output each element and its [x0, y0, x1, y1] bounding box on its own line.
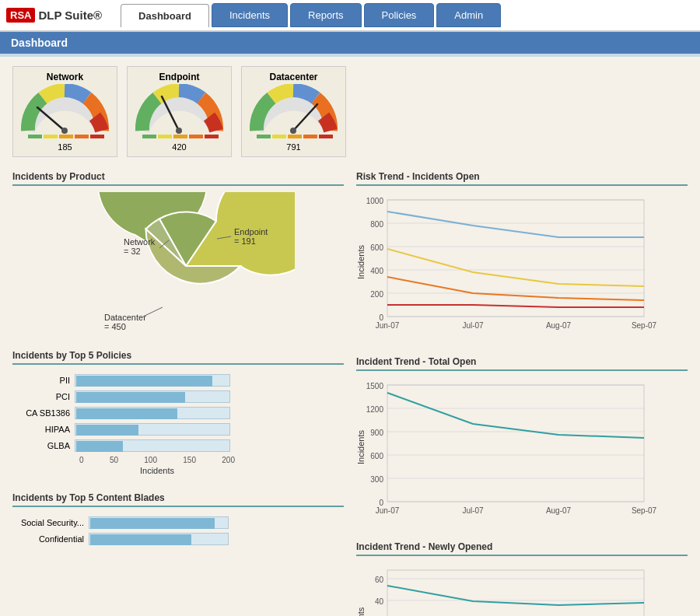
bar-label-hipaa: HIPAA: [19, 425, 75, 434]
incidents-by-content-section: Incidents by Top 5 Content Blades Social…: [12, 492, 344, 552]
nav-tabs: Dashboard Incidents Reports Policies Adm…: [121, 3, 501, 27]
bar-label-glba: GLBA: [19, 441, 75, 450]
axis-label-50: 50: [110, 456, 118, 464]
bar-track-glba: [75, 439, 230, 452]
svg-text:Jul-07: Jul-07: [462, 506, 484, 515]
svg-rect-9: [142, 135, 156, 138]
main-content: Network: [0, 57, 700, 616]
axis-label-150: 150: [183, 456, 196, 464]
incidents-by-policies-title: Incidents by Top 5 Policies: [12, 350, 344, 365]
tab-dashboard[interactable]: Dashboard: [121, 4, 209, 27]
bar-fill-conf: [90, 534, 191, 545]
svg-text:300: 300: [370, 475, 383, 484]
bar-row-hipaa: HIPAA: [19, 423, 338, 436]
app-title: DLP Suite®: [38, 9, 102, 22]
svg-rect-12: [189, 135, 203, 138]
bar-row-pci: PCI: [19, 390, 338, 403]
svg-text:40: 40: [375, 597, 384, 606]
axis-label-100: 100: [144, 456, 157, 464]
svg-text:800: 800: [370, 220, 383, 229]
svg-rect-6: [90, 135, 104, 138]
risk-trend-section: Risk Trend - Incidents Open 0 200 400 60…: [356, 171, 688, 342]
gauge-network: Network: [12, 66, 117, 157]
tab-policies[interactable]: Policies: [364, 3, 435, 27]
svg-text:900: 900: [370, 429, 383, 437]
bar-row-conf: Confidential: [19, 533, 338, 545]
bar-fill-pci: [76, 392, 185, 403]
svg-rect-5: [75, 135, 89, 138]
bar-label-casb: CA SB1386: [19, 408, 75, 418]
axis-label-0: 0: [79, 456, 84, 464]
svg-text:Jun-07: Jun-07: [376, 506, 400, 515]
svg-rect-19: [303, 135, 317, 138]
svg-rect-16: [257, 135, 271, 138]
svg-text:Sep-07: Sep-07: [632, 321, 657, 330]
gauge-network-label: Network: [19, 72, 110, 82]
bar-chart-policies: PII PCI CA SB1386: [12, 371, 344, 478]
incident-trend-total-title: Incident Trend - Total Open: [356, 356, 688, 371]
gauge-datacenter-label: Datacenter: [248, 72, 339, 82]
svg-text:1500: 1500: [366, 382, 384, 390]
bar-label-pci: PCI: [19, 392, 75, 401]
tab-reports[interactable]: Reports: [290, 3, 362, 27]
svg-text:200: 200: [370, 290, 383, 299]
svg-text:400: 400: [370, 267, 383, 275]
svg-text:Jul-07: Jul-07: [462, 321, 484, 330]
charts-row: Incidents by Product: [12, 171, 688, 616]
svg-point-15: [290, 128, 296, 134]
incident-trend-new-section: Incident Trend - Newly Opened 0 20 40 60…: [356, 541, 688, 616]
bar-track-hipaa: [75, 423, 230, 436]
incidents-by-content-title: Incidents by Top 5 Content Blades: [12, 492, 344, 507]
svg-text:Aug-07: Aug-07: [546, 321, 572, 330]
svg-text:600: 600: [370, 452, 383, 460]
svg-text:= 191: = 191: [234, 236, 256, 246]
bar-row-pii: PII: [19, 374, 338, 387]
svg-rect-11: [173, 135, 187, 138]
incident-trend-new-chart: 0 20 40 60 nts Jun-07 Ju: [356, 562, 688, 616]
svg-text:nts: nts: [356, 607, 366, 616]
gauge-endpoint-svg: [135, 84, 224, 140]
svg-text:Network: Network: [124, 237, 156, 247]
bar-track-pci: [75, 390, 230, 403]
gauge-row: Network: [12, 66, 688, 157]
pie-chart-wrapper: Network = 32 Endpoint = 191 Datacenter =…: [12, 192, 344, 336]
incident-trend-total-section: Incident Trend - Total Open 0 300 600 90…: [356, 356, 688, 527]
gauge-endpoint-value: 420: [134, 142, 225, 152]
pie-chart-svg: Network = 32 Endpoint = 191 Datacenter =…: [61, 192, 295, 336]
risk-trend-chart: 0 200 400 600 800 1000 Incidents: [356, 192, 688, 342]
svg-text:Sep-07: Sep-07: [632, 506, 657, 515]
incident-trend-total-chart: 0 300 600 900 1200 1500 Incidents: [356, 377, 688, 527]
incident-trend-new-title: Incident Trend - Newly Opened: [356, 541, 688, 556]
svg-text:60: 60: [375, 576, 384, 584]
bar-row-ss: Social Security...: [19, 516, 338, 529]
incidents-by-policies-section: Incidents by Top 5 Policies PII PCI: [12, 350, 344, 478]
svg-point-8: [176, 128, 182, 134]
gauge-datacenter-value: 791: [248, 142, 339, 152]
bar-fill-glba: [76, 441, 123, 452]
incident-new-svg: 0 20 40 60 nts Jun-07 Ju: [356, 562, 660, 616]
gauge-datacenter: Datacenter 791: [241, 66, 346, 157]
bar-axis-title-policies: Incidents: [79, 466, 235, 475]
svg-rect-3: [44, 135, 58, 138]
bar-fill-ss: [90, 518, 215, 529]
bar-label-ss: Social Security...: [19, 518, 89, 527]
header: RSA DLP Suite® Dashboard Incidents Repor…: [0, 0, 700, 32]
gauge-datacenter-svg: [249, 84, 338, 140]
svg-rect-13: [205, 135, 219, 138]
svg-text:Incidents: Incidents: [356, 244, 366, 279]
svg-rect-61: [387, 385, 644, 502]
gauge-network-svg: [20, 84, 110, 140]
gauge-network-value: 185: [19, 142, 110, 152]
svg-line-29: [143, 307, 163, 317]
tab-incidents[interactable]: Incidents: [212, 3, 288, 27]
svg-rect-18: [288, 135, 302, 138]
svg-text:Aug-07: Aug-07: [546, 506, 572, 515]
bar-fill-pii: [76, 376, 212, 387]
bar-track-ss: [89, 516, 229, 529]
bar-axis-policies: 0 50 100 150 200: [79, 456, 235, 464]
tab-admin[interactable]: Admin: [436, 3, 501, 27]
gauge-endpoint-label: Endpoint: [134, 72, 225, 82]
svg-text:Incidents: Incidents: [356, 429, 366, 464]
axis-label-200: 200: [222, 456, 235, 464]
left-column: Incidents by Product: [12, 171, 344, 616]
